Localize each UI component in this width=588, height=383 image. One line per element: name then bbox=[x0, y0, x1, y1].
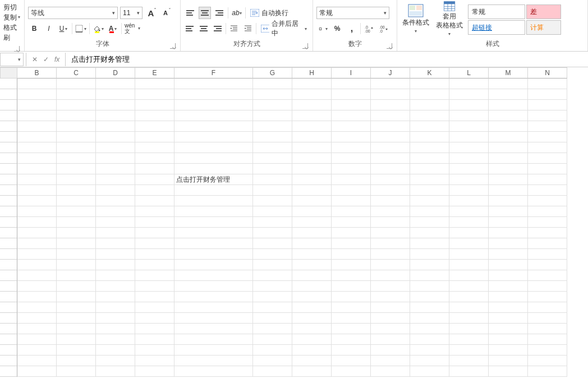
row-header[interactable] bbox=[0, 206, 17, 217]
cell[interactable] bbox=[174, 238, 253, 249]
cell[interactable] bbox=[135, 110, 174, 121]
decrease-decimal-button[interactable]: .00.0 bbox=[378, 22, 390, 35]
row-header[interactable] bbox=[0, 228, 17, 238]
style-bad[interactable]: 差 bbox=[526, 4, 561, 19]
cell[interactable] bbox=[410, 174, 449, 185]
cell[interactable] bbox=[174, 324, 253, 334]
cell[interactable] bbox=[371, 100, 410, 110]
cell[interactable] bbox=[371, 281, 410, 292]
cell[interactable] bbox=[332, 324, 371, 334]
cell[interactable] bbox=[371, 89, 410, 100]
column-header[interactable]: L bbox=[449, 67, 489, 79]
cell[interactable] bbox=[489, 356, 528, 366]
cell[interactable] bbox=[17, 356, 57, 366]
cell[interactable] bbox=[292, 356, 332, 366]
cell[interactable] bbox=[135, 260, 174, 270]
select-all-corner[interactable] bbox=[0, 67, 17, 79]
cell[interactable] bbox=[371, 238, 410, 249]
cell[interactable] bbox=[96, 142, 135, 153]
cell[interactable] bbox=[371, 185, 410, 196]
cell[interactable] bbox=[96, 345, 135, 356]
cell[interactable] bbox=[528, 356, 567, 366]
cell[interactable] bbox=[253, 121, 292, 132]
cell[interactable] bbox=[332, 206, 371, 217]
cell[interactable] bbox=[253, 164, 292, 174]
cell[interactable] bbox=[489, 132, 528, 142]
cell[interactable] bbox=[410, 132, 449, 142]
cell[interactable] bbox=[449, 228, 489, 238]
cell[interactable] bbox=[57, 121, 96, 132]
cell[interactable] bbox=[292, 324, 332, 334]
column-header[interactable]: M bbox=[489, 67, 528, 79]
cell[interactable] bbox=[489, 366, 528, 377]
cell[interactable] bbox=[174, 292, 253, 302]
cell[interactable] bbox=[332, 185, 371, 196]
cell[interactable] bbox=[96, 334, 135, 345]
cell[interactable] bbox=[528, 196, 567, 206]
cell[interactable] bbox=[489, 174, 528, 185]
spreadsheet-grid[interactable]: BCDEFGHIJKLMN 点击打开财务管理 bbox=[0, 67, 588, 377]
cell[interactable] bbox=[253, 249, 292, 260]
cell[interactable] bbox=[253, 174, 292, 185]
cell[interactable] bbox=[528, 206, 567, 217]
cell[interactable] bbox=[332, 174, 371, 185]
row-header[interactable] bbox=[0, 100, 17, 110]
cell[interactable] bbox=[135, 302, 174, 313]
cell[interactable] bbox=[371, 228, 410, 238]
cell[interactable] bbox=[135, 249, 174, 260]
cell[interactable] bbox=[135, 366, 174, 377]
cell[interactable] bbox=[292, 345, 332, 356]
cell[interactable] bbox=[449, 249, 489, 260]
cell[interactable] bbox=[489, 79, 528, 89]
cell[interactable] bbox=[292, 334, 332, 345]
cell[interactable] bbox=[332, 217, 371, 228]
cell[interactable] bbox=[17, 281, 57, 292]
cell[interactable] bbox=[449, 238, 489, 249]
cell[interactable] bbox=[449, 217, 489, 228]
cell[interactable] bbox=[449, 292, 489, 302]
cell[interactable] bbox=[449, 206, 489, 217]
cell[interactable] bbox=[332, 281, 371, 292]
cell[interactable] bbox=[371, 270, 410, 281]
cell[interactable] bbox=[449, 302, 489, 313]
cell[interactable] bbox=[96, 89, 135, 100]
cell[interactable] bbox=[57, 334, 96, 345]
cell[interactable] bbox=[410, 345, 449, 356]
cell[interactable] bbox=[174, 206, 253, 217]
cell[interactable] bbox=[410, 356, 449, 366]
cell[interactable] bbox=[489, 142, 528, 153]
cell[interactable] bbox=[135, 89, 174, 100]
column-header[interactable]: C bbox=[57, 67, 96, 79]
cell[interactable] bbox=[17, 270, 57, 281]
cell[interactable] bbox=[410, 270, 449, 281]
cell[interactable] bbox=[135, 206, 174, 217]
cell[interactable] bbox=[489, 249, 528, 260]
cell[interactable] bbox=[17, 153, 57, 164]
cell[interactable] bbox=[253, 334, 292, 345]
cancel-formula-button[interactable]: ✕ bbox=[32, 56, 38, 63]
cell[interactable] bbox=[292, 100, 332, 110]
cell[interactable] bbox=[17, 334, 57, 345]
cell[interactable] bbox=[528, 174, 567, 185]
cell[interactable] bbox=[96, 110, 135, 121]
increase-font-button[interactable]: Aˆ bbox=[145, 7, 157, 19]
increase-decimal-button[interactable]: .0.00 bbox=[363, 22, 375, 35]
align-right-button[interactable] bbox=[212, 22, 223, 35]
cell[interactable] bbox=[17, 228, 57, 238]
cell[interactable] bbox=[489, 260, 528, 270]
cell[interactable] bbox=[528, 249, 567, 260]
cell[interactable] bbox=[135, 313, 174, 324]
cell[interactable] bbox=[292, 217, 332, 228]
cell[interactable] bbox=[332, 313, 371, 324]
align-left-button[interactable] bbox=[184, 22, 196, 35]
row-header[interactable] bbox=[0, 121, 17, 132]
cell[interactable] bbox=[96, 121, 135, 132]
cell[interactable] bbox=[292, 206, 332, 217]
cell[interactable] bbox=[449, 260, 489, 270]
cell[interactable] bbox=[253, 153, 292, 164]
cell[interactable] bbox=[174, 260, 253, 270]
cell[interactable] bbox=[292, 302, 332, 313]
cell[interactable] bbox=[96, 164, 135, 174]
cell[interactable] bbox=[96, 324, 135, 334]
cell[interactable] bbox=[57, 196, 96, 206]
